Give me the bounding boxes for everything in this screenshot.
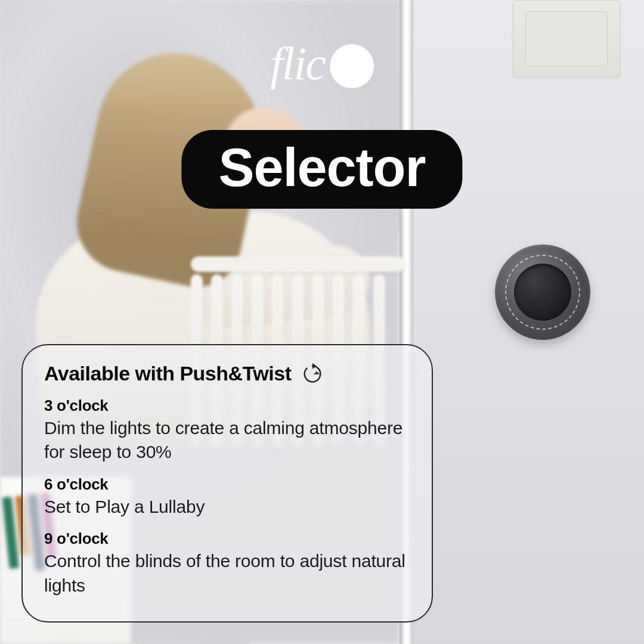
feature-description: Set to Play a Lullaby — [44, 495, 410, 519]
light-switch-plate — [513, 0, 620, 78]
title-text: Selector — [218, 138, 425, 197]
feature-time: 3 o'clock — [44, 397, 410, 415]
card-header: Available with Push&Twist — [44, 362, 410, 386]
feature-time: 6 o'clock — [44, 475, 410, 494]
brand-logo: flic — [270, 37, 374, 91]
feature-description: Control the blinds of the room to adjust… — [44, 549, 410, 597]
feature-item: 9 o'clock Control the blinds of the room… — [44, 530, 410, 597]
feature-item: 6 o'clock Set to Play a Lullaby — [44, 475, 410, 519]
rotate-icon — [301, 362, 324, 386]
svg-marker-1 — [314, 371, 320, 374]
card-header-text: Available with Push&Twist — [44, 362, 291, 385]
brand-logo-dot-icon — [330, 44, 374, 88]
feature-time: 9 o'clock — [44, 530, 410, 548]
promo-scene: flic Selector Available with Push&Twist … — [0, 0, 644, 644]
feature-item: 3 o'clock Dim the lights to create a cal… — [44, 397, 410, 465]
feature-description: Dim the lights to create a calming atmos… — [44, 416, 410, 465]
svg-marker-0 — [312, 363, 317, 369]
title-pill: Selector — [181, 130, 462, 209]
features-card: Available with Push&Twist 3 o'clock Dim … — [21, 344, 433, 623]
twist-dial-device — [495, 244, 590, 340]
brand-logotype: flic — [270, 37, 325, 91]
